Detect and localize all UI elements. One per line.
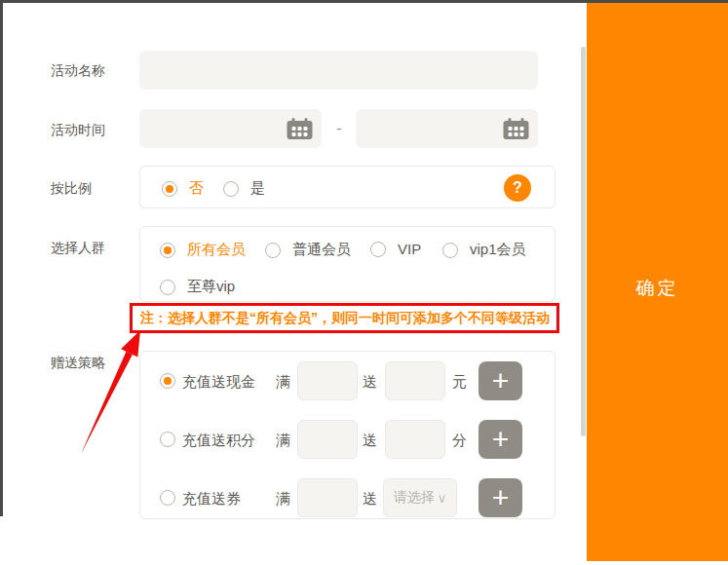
strategy-option-label: 充值送券	[182, 490, 241, 508]
chevron-down-icon: ∨	[438, 491, 447, 506]
radio-icon[interactable]	[162, 181, 177, 197]
audience-group: 所有会员 普通会员 VIP vip1会员 至尊vip	[139, 226, 556, 302]
radio-icon[interactable]	[160, 432, 175, 447]
threshold-label: 满	[276, 490, 290, 508]
radio-icon[interactable]	[265, 243, 281, 258]
threshold-label: 满	[276, 373, 290, 392]
strategy-group: 充值送现金 满 送 元 + 充值送积分 满 送 分 + 充值送券 满 送 请选择…	[139, 351, 556, 519]
gift-input[interactable]	[385, 361, 445, 400]
radio-icon[interactable]	[160, 280, 175, 295]
threshold-input[interactable]	[297, 420, 358, 459]
strategy-row-points: 充值送积分 满 送 分 +	[140, 420, 555, 459]
strategy-row-coupon: 充值送券 满 送 请选择 ∨ +	[140, 478, 555, 517]
radio-icon[interactable]	[160, 373, 175, 389]
end-date-field	[356, 109, 538, 148]
radio-label: 是	[250, 179, 265, 198]
radio-icon[interactable]	[160, 243, 175, 258]
calendar-icon[interactable]	[287, 118, 313, 139]
unit-label: 分	[452, 432, 467, 450]
strategy-option-label: 充值送积分	[182, 432, 255, 450]
radio-option-vip1[interactable]: vip1会员	[442, 241, 526, 259]
radio-label: VIP	[398, 241, 421, 257]
coupon-select[interactable]: 请选择 ∨	[383, 478, 457, 517]
radio-icon[interactable]	[160, 490, 175, 506]
note-text: 注：选择人群不是“所有会员”，则同一时间可添加多个不同等级活动	[133, 306, 556, 330]
start-date-field	[139, 109, 322, 148]
radio-option-yes[interactable]: 是	[223, 179, 265, 198]
help-icon[interactable]: ?	[504, 174, 531, 202]
radio-label: 至尊vip	[187, 278, 235, 296]
strategy-option-label: 充值送现金	[182, 373, 255, 392]
add-rule-button[interactable]: +	[479, 361, 522, 400]
audience-label: 选择人群	[51, 240, 105, 257]
calendar-icon[interactable]	[503, 118, 529, 139]
threshold-input[interactable]	[297, 361, 358, 400]
radio-icon[interactable]	[370, 242, 386, 257]
gift-label: 送	[363, 490, 377, 508]
radio-icon[interactable]	[223, 181, 239, 197]
strategy-row-cash: 充值送现金 满 送 元 +	[140, 361, 555, 400]
radio-option-normal-members[interactable]: 普通会员	[265, 241, 351, 259]
threshold-input[interactable]	[297, 478, 358, 517]
side-panel: 确定	[587, 3, 728, 561]
activity-name-input[interactable]	[139, 51, 538, 90]
radio-option-no[interactable]: 否	[162, 179, 204, 198]
coupon-select-placeholder: 请选择	[394, 489, 435, 507]
unit-label: 元	[452, 373, 467, 392]
date-range-separator: -	[329, 120, 349, 136]
by-ratio-label: 按比例	[51, 180, 92, 198]
radio-option-all-members[interactable]: 所有会员	[160, 241, 246, 259]
radio-label: 所有会员	[187, 241, 246, 259]
by-ratio-group: 否 是 ?	[139, 166, 556, 208]
radio-label: vip1会员	[470, 241, 526, 259]
annotation-note-box: 注：选择人群不是“所有会员”，则同一时间可添加多个不同等级活动	[130, 303, 559, 333]
gift-label: 送	[363, 432, 377, 450]
strategy-label: 赠送策略	[51, 355, 105, 372]
add-rule-button[interactable]: +	[479, 478, 522, 517]
activity-name-field-wrap	[139, 51, 538, 90]
radio-icon[interactable]	[442, 243, 458, 258]
activity-name-label: 活动名称	[51, 62, 105, 80]
radio-label: 否	[189, 179, 204, 198]
gift-label: 送	[363, 373, 377, 392]
modal-left-border	[0, 0, 3, 516]
radio-option-supreme-vip[interactable]: 至尊vip	[160, 278, 235, 296]
radio-option-vip[interactable]: VIP	[370, 241, 421, 257]
scrollbar-thumb[interactable]	[581, 47, 586, 436]
add-rule-button[interactable]: +	[479, 420, 522, 459]
activity-time-label: 活动时间	[51, 122, 105, 139]
radio-label: 普通会员	[292, 241, 351, 259]
gift-input[interactable]	[385, 420, 445, 459]
threshold-label: 满	[276, 432, 290, 450]
confirm-button[interactable]: 确定	[587, 276, 728, 301]
